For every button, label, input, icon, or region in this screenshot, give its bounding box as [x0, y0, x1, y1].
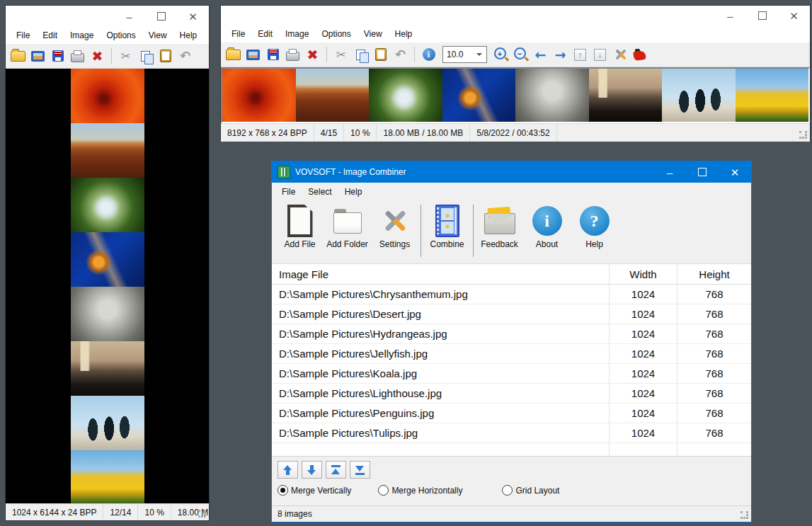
menu-image[interactable]: Image — [64, 28, 100, 42]
table-row[interactable]: D:\Sample Pictures\Chrysanthemum.jpg 102… — [272, 285, 751, 304]
column-header-image-file[interactable]: Image File — [272, 264, 610, 284]
toolbar: Add File Add Folder Settings Combine Fee… — [272, 201, 751, 263]
resize-grip[interactable] — [799, 131, 808, 139]
move-up-button[interactable] — [278, 461, 298, 479]
zoom-out-icon[interactable]: − — [512, 46, 530, 63]
table-row[interactable]: D:\Sample Pictures\Lighthouse.jpg 1024 7… — [272, 384, 751, 404]
zoom-select[interactable]: 10.0 — [442, 46, 487, 63]
minimize-button[interactable]: – — [653, 161, 686, 183]
undo-icon[interactable]: ↶ — [391, 46, 409, 63]
add-folder-button[interactable]: Add Folder — [324, 204, 371, 249]
minimize-button[interactable]: – — [113, 6, 145, 27]
page-down-icon[interactable]: ↓ — [591, 46, 609, 63]
cut-icon[interactable]: ✂ — [117, 47, 135, 64]
maximize-button[interactable] — [746, 6, 778, 25]
menu-help[interactable]: Help — [173, 28, 204, 42]
tools-icon[interactable] — [611, 46, 629, 63]
delete-icon[interactable]: ✖ — [304, 46, 321, 63]
toolbar: ✖ ✂ ↶ — [6, 44, 209, 69]
resize-grip[interactable] — [740, 511, 749, 520]
print-icon[interactable] — [284, 46, 302, 63]
exit-icon[interactable] — [631, 46, 648, 63]
add-folder-icon — [332, 205, 363, 236]
status-size: 18.00 MB / 18.00 MB — [377, 124, 470, 142]
resize-grip[interactable] — [198, 510, 207, 518]
menu-select[interactable]: Select — [302, 185, 338, 199]
menu-file[interactable]: File — [10, 28, 36, 42]
move-down-button[interactable] — [302, 461, 322, 479]
menu-image[interactable]: Image — [279, 27, 315, 41]
cell-height: 768 — [677, 285, 751, 304]
zoom-in-icon[interactable]: + — [492, 46, 510, 63]
table-row[interactable]: D:\Sample Pictures\Desert.jpg 1024 768 — [272, 304, 751, 324]
undo-icon[interactable]: ↶ — [176, 47, 194, 64]
help-button[interactable]: ? Help — [571, 204, 618, 249]
table-row[interactable]: D:\Sample Pictures\Jellyfish.jpg 1024 76… — [272, 344, 751, 364]
column-header-width[interactable]: Width — [610, 264, 677, 284]
menu-edit[interactable]: Edit — [251, 27, 279, 41]
save-icon[interactable] — [264, 46, 282, 63]
image-canvas[interactable] — [6, 69, 209, 503]
move-to-bottom-button[interactable] — [350, 461, 370, 479]
cut-icon[interactable]: ✂ — [332, 46, 350, 63]
menu-file[interactable]: File — [225, 27, 251, 41]
status-zoom: 10 % — [344, 124, 377, 142]
title-bar[interactable]: VOVSOFT - Image Combiner – ✕ — [272, 161, 751, 183]
paste-icon[interactable] — [156, 47, 174, 64]
about-button[interactable]: i About — [523, 204, 571, 249]
info-icon[interactable]: i — [420, 46, 438, 63]
radio-grid-layout[interactable]: Grid Layout — [502, 485, 559, 496]
menu-view[interactable]: View — [142, 28, 173, 42]
menu-file[interactable]: File — [275, 185, 302, 199]
add-file-button[interactable]: Add File — [276, 204, 324, 249]
settings-button[interactable]: Settings — [371, 204, 418, 249]
menu-help[interactable]: Help — [338, 185, 369, 199]
title-bar[interactable]: – ✕ — [221, 6, 810, 25]
copy-icon[interactable] — [137, 47, 154, 64]
table-row[interactable]: D:\Sample Pictures\Tulips.jpg 1024 768 — [272, 423, 751, 443]
close-button[interactable]: ✕ — [177, 6, 209, 27]
maximize-button[interactable] — [686, 161, 719, 183]
open-icon[interactable] — [9, 47, 27, 64]
image-canvas[interactable] — [221, 67, 810, 123]
print-icon[interactable] — [69, 47, 86, 64]
menu-view[interactable]: View — [358, 27, 389, 41]
radio-merge-horizontally[interactable]: Merge Horizontally — [378, 485, 462, 496]
save-icon[interactable] — [49, 47, 67, 64]
page-up-icon[interactable]: ↑ — [571, 46, 589, 63]
move-to-top-button[interactable] — [326, 461, 346, 479]
reorder-buttons — [278, 461, 751, 479]
table-row[interactable]: D:\Sample Pictures\Penguins.jpg 1024 768 — [272, 404, 751, 423]
menu-options[interactable]: Options — [100, 28, 142, 42]
radio-merge-vertically[interactable]: Merge Vertically — [278, 485, 351, 496]
status-zoom: 10 % — [138, 504, 171, 520]
cell-width: 1024 — [610, 423, 677, 442]
status-image-count: 8 images — [278, 509, 312, 519]
zoom-select-value: 10.0 — [447, 50, 463, 59]
maximize-button[interactable] — [145, 6, 177, 27]
table-row[interactable]: D:\Sample Pictures\Koala.jpg 1024 768 — [272, 364, 751, 384]
copy-icon[interactable] — [352, 46, 370, 63]
toolbar-separator — [414, 47, 415, 62]
delete-icon[interactable]: ✖ — [88, 47, 106, 64]
close-button[interactable]: ✕ — [719, 161, 751, 183]
feedback-button[interactable]: Feedback — [476, 204, 523, 249]
table-empty-row — [272, 443, 751, 456]
next-image-icon[interactable]: → — [551, 46, 569, 63]
menu-edit[interactable]: Edit — [36, 28, 64, 42]
combine-button[interactable]: Combine — [423, 204, 471, 249]
image-strip-icon[interactable] — [244, 46, 262, 63]
toolbar-separator — [473, 205, 474, 257]
minimize-button[interactable]: – — [714, 6, 746, 25]
close-button[interactable]: ✕ — [778, 6, 810, 25]
paste-icon[interactable] — [372, 46, 389, 63]
menu-options[interactable]: Options — [315, 27, 357, 41]
image-strip-icon[interactable] — [29, 47, 47, 64]
title-bar[interactable]: – ✕ — [6, 6, 209, 27]
menu-help[interactable]: Help — [389, 27, 419, 41]
column-header-height[interactable]: Height — [677, 264, 751, 284]
prev-image-icon[interactable]: ← — [532, 46, 549, 63]
table-header-row[interactable]: Image File Width Height — [272, 264, 751, 285]
open-icon[interactable] — [224, 46, 242, 63]
table-row[interactable]: D:\Sample Pictures\Hydrangeas.jpg 1024 7… — [272, 324, 751, 344]
